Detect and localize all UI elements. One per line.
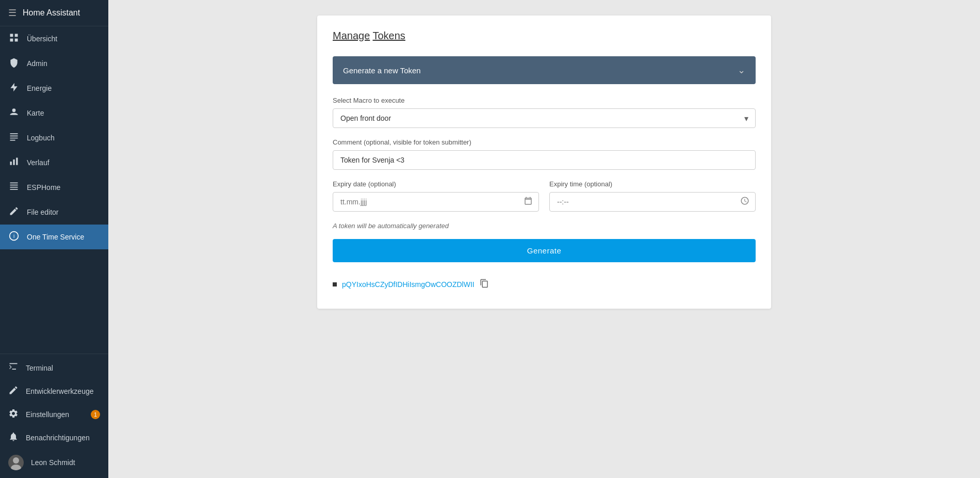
expiry-date-col: Expiry date (optional)	[333, 180, 539, 212]
sidebar-item-user[interactable]: Leon Schmidt	[0, 449, 108, 476]
sidebar-item-label-admin: Admin	[27, 59, 47, 68]
svg-point-15	[11, 465, 21, 470]
sidebar-item-label-esphome: ESPHome	[27, 183, 60, 192]
sidebar-item-entwicklerwerkzeuge[interactable]: Entwicklerwerkzeuge	[0, 379, 108, 403]
sidebar-item-label-terminal: Terminal	[26, 364, 53, 372]
sidebar-item-one-time-service[interactable]: i One Time Service	[0, 225, 108, 249]
expiry-date-wrapper	[333, 192, 539, 212]
sidebar-bottom: Terminal Entwicklerwerkzeuge Einstellung…	[0, 354, 108, 478]
einstellungen-icon	[8, 408, 19, 420]
card-title-underline: Tokens	[372, 30, 405, 41]
expiry-time-col: Expiry time (optional)	[549, 180, 756, 212]
accordion-label: Generate a new Token	[343, 66, 421, 75]
sidebar-item-label-benachrichtigungen: Benachrichtigungen	[26, 434, 90, 442]
svg-rect-7	[16, 158, 18, 165]
accordion-header[interactable]: Generate a new Token ⌄	[333, 56, 756, 84]
sidebar-item-logbuch[interactable]: Logbuch	[0, 125, 108, 150]
logbuch-icon	[8, 132, 20, 144]
benachrichtigungen-icon	[8, 432, 19, 443]
sidebar-item-label-einstellungen: Einstellungen	[26, 410, 69, 419]
sidebar-item-label-karte: Karte	[27, 109, 44, 117]
card-title: Manage Tokens	[333, 30, 756, 42]
generate-button[interactable]: Generate	[333, 239, 756, 262]
svg-rect-1	[15, 34, 18, 37]
expiry-time-input[interactable]	[549, 192, 756, 212]
content-area: Manage Tokens Generate a new Token ⌄ Sel…	[307, 0, 781, 324]
einstellungen-badge: 1	[91, 410, 100, 419]
sidebar-item-file-editor[interactable]: File editor	[0, 200, 108, 225]
expiry-time-label: Expiry time (optional)	[549, 180, 756, 188]
terminal-icon	[8, 362, 19, 374]
sidebar-item-admin[interactable]: Admin	[0, 51, 108, 76]
svg-rect-3	[15, 39, 18, 42]
main-content: Manage Tokens Generate a new Token ⌄ Sel…	[108, 0, 980, 478]
svg-point-14	[13, 457, 19, 464]
comment-form-group: Comment (optional, visible for token sub…	[333, 138, 756, 170]
sidebar-item-label-one-time-service: One Time Service	[27, 233, 84, 241]
macro-select[interactable]: Open front door	[333, 108, 756, 128]
file-editor-icon	[8, 206, 20, 218]
entwickler-icon	[8, 385, 19, 397]
svg-rect-6	[13, 160, 14, 165]
macro-label: Select Macro to execute	[333, 97, 756, 104]
verlauf-icon	[8, 156, 20, 169]
sidebar-nav: Übersicht Admin Energie Karte Logbuch	[0, 26, 108, 354]
svg-rect-5	[10, 162, 12, 165]
svg-rect-9	[10, 185, 18, 186]
sidebar-item-benachrichtigungen[interactable]: Benachrichtigungen	[0, 426, 108, 449]
token-result: pQYIxoHsCZyDfIDHiIsmgOwCOOZDlWII	[333, 279, 756, 290]
sidebar-item-einstellungen[interactable]: Einstellungen 1	[0, 403, 108, 426]
svg-rect-2	[10, 39, 13, 42]
overview-icon	[8, 33, 20, 45]
comment-input[interactable]	[333, 150, 756, 170]
sidebar-header: ☰ Home Assistant	[0, 0, 108, 26]
token-link[interactable]: pQYIxoHsCZyDfIDHiIsmgOwCOOZDlWII	[342, 280, 475, 289]
token-hint: A token will be automatically generated	[333, 222, 756, 230]
token-bullet	[333, 282, 337, 286]
menu-icon[interactable]: ☰	[8, 7, 17, 19]
app-title: Home Assistant	[23, 8, 80, 18]
esphome-icon	[8, 181, 20, 194]
sidebar-item-label-ubersicht: Übersicht	[27, 35, 57, 43]
card-title-text: Manage	[333, 30, 370, 41]
chevron-down-icon: ⌄	[738, 65, 745, 76]
macro-select-wrapper: Open front door	[333, 108, 756, 128]
sidebar-item-label-file-editor: File editor	[27, 208, 58, 216]
svg-rect-11	[10, 189, 18, 190]
svg-rect-10	[10, 187, 18, 188]
sidebar-item-verlauf[interactable]: Verlauf	[0, 150, 108, 175]
copy-icon[interactable]	[480, 279, 489, 290]
sidebar-item-label-logbuch: Logbuch	[27, 134, 55, 142]
macro-form-group: Select Macro to execute Open front door	[333, 97, 756, 128]
sidebar-item-label-verlauf: Verlauf	[27, 158, 50, 167]
svg-point-4	[12, 108, 16, 112]
svg-text:i: i	[13, 233, 14, 239]
one-time-service-icon: i	[8, 231, 20, 243]
energie-icon	[8, 82, 20, 94]
sidebar-item-label-energie: Energie	[27, 84, 52, 92]
avatar	[8, 455, 24, 470]
sidebar: ☰ Home Assistant Übersicht Admin Energie	[0, 0, 108, 478]
sidebar-item-karte[interactable]: Karte	[0, 101, 108, 125]
expiry-date-input[interactable]	[333, 192, 539, 212]
admin-icon	[8, 57, 20, 70]
expiry-time-wrapper	[549, 192, 756, 212]
tokens-card: Manage Tokens Generate a new Token ⌄ Sel…	[317, 15, 771, 309]
sidebar-item-ubersicht[interactable]: Übersicht	[0, 26, 108, 51]
expiry-row: Expiry date (optional) Expiry time (opti…	[333, 180, 756, 212]
expiry-date-label: Expiry date (optional)	[333, 180, 539, 188]
sidebar-item-label-entwicklerwerkzeuge: Entwicklerwerkzeuge	[26, 387, 94, 395]
sidebar-item-energie[interactable]: Energie	[0, 76, 108, 101]
user-name: Leon Schmidt	[31, 458, 75, 467]
sidebar-item-terminal[interactable]: Terminal	[0, 356, 108, 379]
svg-rect-0	[10, 34, 13, 37]
sidebar-item-esphome[interactable]: ESPHome	[0, 175, 108, 200]
comment-label: Comment (optional, visible for token sub…	[333, 138, 756, 146]
svg-rect-8	[10, 183, 18, 184]
karte-icon	[8, 107, 20, 119]
